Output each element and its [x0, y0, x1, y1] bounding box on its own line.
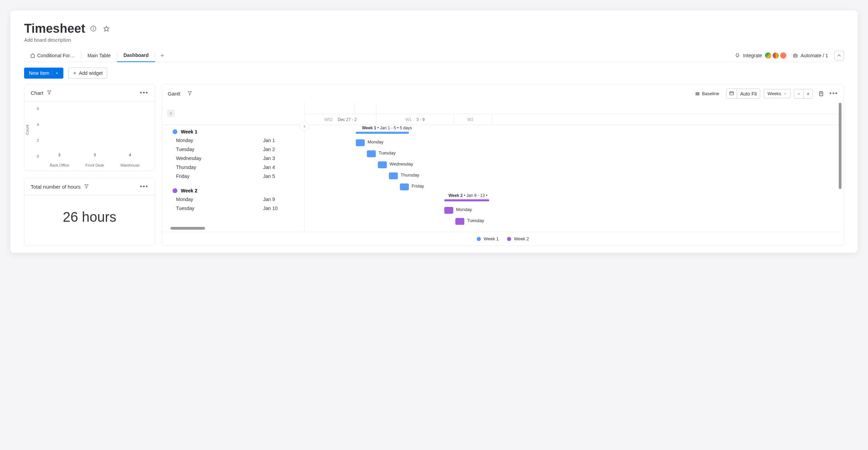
- gantt-bar-label: Friday: [412, 183, 424, 189]
- info-icon[interactable]: [89, 24, 98, 33]
- gantt-summary-row: Week 2 • Jan 9 - 13 •: [305, 192, 844, 205]
- zoom-in-button[interactable]: +: [803, 89, 813, 98]
- calendar-icon: [729, 91, 734, 96]
- summary-label: Week 1 • Jan 1 - 5 • 5 days: [362, 126, 412, 130]
- more-icon[interactable]: •••: [140, 183, 148, 190]
- legend-item[interactable]: Week 1: [477, 236, 499, 241]
- y-tick: 6: [35, 107, 39, 111]
- filter-icon[interactable]: [187, 91, 192, 97]
- gantt-bar[interactable]: [356, 139, 365, 146]
- filter-icon[interactable]: [84, 184, 89, 190]
- baseline-button[interactable]: Baseline: [692, 89, 723, 98]
- hours-value: 26 hours: [24, 196, 155, 246]
- collapse-header-icon[interactable]: [834, 51, 844, 60]
- week-column: W52Dec 27 - 2: [305, 114, 376, 125]
- summary-label: Week 2 • Jan 9 - 13 •: [448, 193, 487, 198]
- more-icon[interactable]: •••: [140, 89, 148, 97]
- hours-title: Total number of hours: [31, 184, 81, 190]
- gantt-group-head[interactable]: Week 1: [162, 128, 304, 136]
- y-axis: 6 4 2 0: [35, 107, 39, 158]
- scroll-left-button[interactable]: [300, 122, 309, 131]
- chart-widget: Chart ••• Count 6 4 2 0 334 Back Offi: [24, 84, 155, 171]
- x-label: Front Desk: [85, 163, 104, 167]
- gantt-group: Week 1MondayJan 1TuesdayJan 2WednesdayJa…: [162, 125, 304, 184]
- group-color-dot: [173, 188, 177, 193]
- bar-value: 4: [129, 153, 131, 157]
- gantt-bar[interactable]: [367, 150, 376, 157]
- svg-rect-17: [730, 92, 734, 95]
- gantt-task-row[interactable]: ThursdayJan 4: [162, 163, 304, 172]
- hubspot-icon: [780, 52, 786, 59]
- svg-rect-6: [793, 54, 797, 57]
- collapse-all-icon[interactable]: [167, 110, 175, 117]
- gantt-bar-row: Monday: [305, 137, 844, 148]
- gantt-group-head[interactable]: Week 2: [162, 187, 304, 195]
- chart-bars: 334: [42, 107, 148, 158]
- gantt-task-row[interactable]: MondayJan 9: [162, 195, 304, 204]
- star-icon[interactable]: [102, 24, 111, 33]
- today-button[interactable]: [726, 89, 737, 98]
- export-button[interactable]: [816, 89, 826, 98]
- svg-rect-15: [696, 92, 699, 93]
- plus-icon: [73, 71, 77, 75]
- task-date: Jan 2: [263, 147, 291, 152]
- tabs-bar: Conditional For… Main Table Dashboard In…: [24, 49, 844, 62]
- bar-front-desk[interactable]: 3: [85, 153, 104, 158]
- tab-conditional[interactable]: Conditional For…: [24, 49, 81, 62]
- gantt-bar[interactable]: [444, 207, 453, 214]
- tab-main-table[interactable]: Main Table: [81, 49, 117, 62]
- tabs-right: Integrate Automate / 1: [735, 51, 844, 60]
- gantt-bar-label: Tuesday: [467, 218, 484, 223]
- autofit-button[interactable]: Auto Fit: [737, 89, 760, 98]
- gantt-bar[interactable]: [455, 218, 464, 225]
- summary-bar[interactable]: [444, 199, 489, 201]
- gantt-task-row[interactable]: TuesdayJan 2: [162, 145, 304, 154]
- filter-icon[interactable]: [47, 90, 52, 96]
- more-icon[interactable]: •••: [829, 90, 838, 97]
- gantt-task-row[interactable]: FridayJan 5: [162, 172, 304, 181]
- chevron-down-icon[interactable]: [52, 70, 59, 76]
- scale-select[interactable]: Weeks: [764, 89, 790, 98]
- svg-marker-13: [85, 184, 89, 188]
- svg-point-2: [93, 27, 94, 28]
- group-name: Week 2: [181, 188, 197, 193]
- vertical-scrollbar[interactable]: [839, 103, 841, 189]
- bar-warehouse[interactable]: 4: [121, 153, 140, 158]
- horizontal-scrollbar[interactable]: [170, 227, 205, 230]
- x-label: Warehouse: [120, 163, 140, 167]
- gantt-bar-row: Thursday: [305, 170, 844, 181]
- gantt-bar-label: Monday: [456, 207, 472, 212]
- add-tab-button[interactable]: [157, 51, 167, 60]
- gantt-row-header: [162, 103, 304, 125]
- svg-marker-3: [104, 26, 109, 31]
- gantt-bar[interactable]: [400, 183, 409, 190]
- automate-button[interactable]: Automate / 1: [793, 53, 828, 58]
- new-item-button[interactable]: New Item: [24, 68, 63, 79]
- hours-widget: Total number of hours ••• 26 hours: [24, 178, 155, 246]
- gantt-bar[interactable]: [389, 172, 398, 179]
- group-name: Week 1: [181, 129, 197, 134]
- task-name: Monday: [176, 138, 263, 143]
- gantt-title: Gantt: [168, 91, 180, 97]
- board-subtitle[interactable]: Add board description: [24, 37, 844, 43]
- task-name: Tuesday: [176, 147, 263, 152]
- gantt-task-row[interactable]: WednesdayJan 3: [162, 154, 304, 163]
- gantt-task-row[interactable]: TuesdayJan 10: [162, 204, 304, 213]
- legend-item[interactable]: Week 2: [507, 236, 529, 241]
- summary-bar[interactable]: [356, 132, 409, 134]
- gantt-task-row[interactable]: MondayJan 1: [162, 136, 304, 145]
- bar-back-office[interactable]: 3: [50, 153, 69, 158]
- task-date: Jan 4: [263, 164, 291, 170]
- gantt-controls: Baseline Auto Fit Weeks − +: [692, 89, 838, 99]
- svg-marker-12: [47, 91, 51, 94]
- gantt-legend: Week 1Week 2: [162, 232, 844, 246]
- integrate-button[interactable]: Integrate: [735, 52, 786, 59]
- add-widget-button[interactable]: Add widget: [68, 68, 107, 79]
- google-icon: [765, 52, 771, 59]
- tab-dashboard[interactable]: Dashboard: [117, 49, 155, 62]
- gantt-bar[interactable]: [378, 161, 387, 168]
- gantt-timeline[interactable]: W52Dec 27 - 2W13 - 9W2 Week 1 • Jan 1 - …: [305, 103, 844, 232]
- bar-value: 3: [58, 153, 60, 157]
- header: Timesheet: [24, 21, 844, 36]
- zoom-out-button[interactable]: −: [794, 89, 803, 98]
